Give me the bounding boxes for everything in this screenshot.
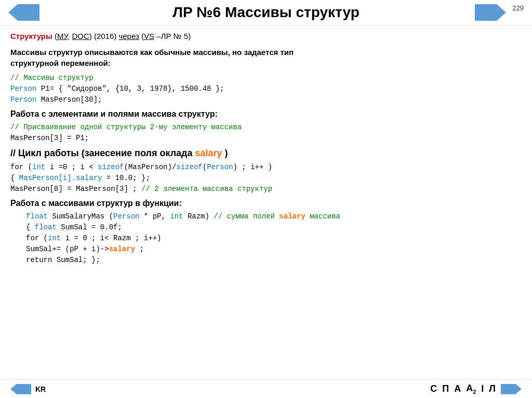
- prev-nav-arrow[interactable]: [8, 4, 39, 21]
- section1-code: // Массивы структур Person P1= { "Сидоро…: [10, 73, 522, 105]
- code-line-assign: MasPerson[3] = P1;: [10, 133, 522, 144]
- subtitle-links: (МУ, DOC) (2016) через (VS –ЛР № 5): [55, 32, 191, 40]
- footer-nav-c[interactable]: С: [430, 383, 437, 394]
- section4-heading: Работа с массивами структур в функции:: [10, 199, 522, 208]
- code-sumsal-init: { float SumSal = 0.0f;: [26, 222, 522, 233]
- footer-nav-p[interactable]: П: [442, 383, 449, 394]
- section3-heading: // Цикл работы (занесение поля оклада sa…: [10, 148, 522, 159]
- subtitle-structures: Структуры: [10, 32, 52, 40]
- code-masperson-assign: MasPerson[0] = MasPerson[3] ; // 2 элеме…: [10, 184, 522, 195]
- subtitle: Структуры (МУ, DOC) (2016) через (VS –ЛР…: [10, 31, 522, 42]
- section1-heading: Массивы структур описываются как обычные…: [10, 47, 522, 68]
- section3-code: for (int i =0 ; i < sizeof(MasPerson)/si…: [10, 162, 522, 195]
- footer-nav-i[interactable]: І: [481, 383, 484, 394]
- code-line-comment1: // Массивы структур: [10, 73, 522, 84]
- code-line-person2: Person MasPerson[30];: [10, 94, 522, 105]
- page-container: ЛР №6 Массивы структур 229 Структуры (МУ…: [0, 0, 532, 398]
- footer-prev-arrow[interactable]: [10, 384, 31, 394]
- code-return: return SumSal; };: [26, 255, 522, 266]
- content-area: Структуры (МУ, DOC) (2016) через (VS –ЛР…: [0, 25, 532, 379]
- code-salary-assign: { MasPerson[i].salary = 10.0; };: [10, 173, 522, 184]
- code-line-comment2: // Присваивание одной структуры 2-му эле…: [10, 122, 522, 133]
- next-nav-arrow-header[interactable]: [475, 4, 506, 21]
- section2-code: // Присваивание одной структуры 2-му эле…: [10, 122, 522, 144]
- footer: KR С П А А2 І Л: [0, 379, 532, 398]
- page-number: 229: [512, 4, 524, 12]
- code-sumsal-inc: SumSal+= (pP + i)->salary ;: [26, 244, 522, 255]
- footer-nav-a1[interactable]: А: [454, 383, 461, 394]
- code-func-decl: float SumSalaryMas (Person * pP, int Raz…: [26, 211, 522, 222]
- footer-right: С П А А2 І Л: [430, 383, 522, 395]
- code-for2-line: for (int i = 0 ; i< Razm ; i++): [26, 233, 522, 244]
- footer-next-arrow[interactable]: [501, 384, 522, 394]
- page-title: ЛР №6 Массивы структур: [172, 4, 360, 21]
- salary-keyword: salary: [195, 148, 222, 158]
- section2-heading: Работа с элементами и полями массива стр…: [10, 109, 522, 119]
- code-line-person1: Person P1= { "Сидоров", {10, 3, 1978}, 1…: [10, 84, 522, 94]
- section4-code: float SumSalaryMas (Person * pP, int Raz…: [26, 211, 522, 266]
- header: ЛР №6 Массивы структур 229: [0, 0, 532, 25]
- footer-nav-a2[interactable]: А2: [466, 383, 476, 395]
- footer-left: KR: [10, 384, 46, 394]
- footer-nav-l[interactable]: Л: [489, 383, 496, 394]
- code-for-line: for (int i =0 ; i < sizeof(MasPerson)/si…: [10, 162, 522, 173]
- footer-label: KR: [35, 385, 46, 393]
